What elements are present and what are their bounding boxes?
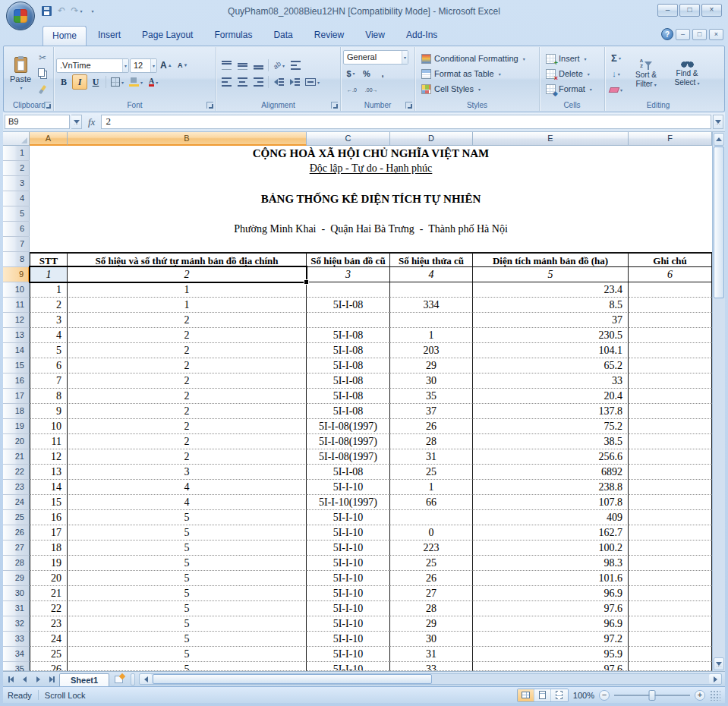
font-dialog-launcher[interactable] — [206, 102, 213, 109]
align-middle-button[interactable] — [235, 58, 250, 73]
decrease-indent-button[interactable] — [271, 74, 286, 90]
cell-F31[interactable] — [629, 601, 712, 616]
percent-style-button[interactable]: % — [359, 66, 374, 81]
cell-C8[interactable]: Số hiệu bản đồ cũ — [307, 252, 390, 267]
insert-function-button[interactable]: fx — [84, 116, 99, 128]
vertical-scrollbar[interactable] — [712, 132, 725, 671]
scroll-left-button[interactable] — [140, 674, 152, 684]
minimize-button[interactable]: – — [657, 4, 678, 17]
align-bottom-button[interactable] — [251, 58, 266, 73]
horizontal-scroll-thumb[interactable] — [153, 674, 432, 684]
cell-F24[interactable] — [629, 495, 712, 510]
format-cells-button[interactable]: ◆Format▾ — [542, 81, 602, 96]
cell-E16[interactable]: 33 — [473, 373, 629, 389]
cell-F20[interactable] — [629, 434, 712, 449]
scroll-down-button[interactable] — [714, 657, 724, 670]
cell-B19[interactable]: 2 — [68, 419, 307, 434]
cell-B33[interactable]: 5 — [68, 632, 307, 647]
vertical-scroll-track[interactable] — [713, 298, 725, 657]
office-button[interactable] — [6, 2, 35, 30]
fill-button[interactable]: ↓▾ — [607, 66, 625, 81]
cell-D31[interactable]: 28 — [390, 601, 473, 616]
tab-splitter[interactable] — [131, 673, 135, 686]
cell-C14[interactable]: 5I-I-08 — [307, 343, 390, 358]
decrease-decimal-button[interactable]: .00→ — [361, 83, 382, 98]
cell-D15[interactable]: 29 — [390, 358, 473, 373]
cell-A15[interactable]: 6 — [30, 358, 68, 373]
cell-C22[interactable]: 5I-I-08 — [307, 465, 390, 480]
cell-A20[interactable]: 11 — [30, 434, 68, 449]
cell-D16[interactable]: 30 — [390, 373, 473, 389]
tab-view[interactable]: View — [355, 25, 395, 46]
cell-F9[interactable]: 6 — [629, 267, 712, 282]
cell-E12[interactable]: 37 — [473, 313, 629, 328]
cell-D24[interactable]: 66 — [390, 495, 473, 510]
redo-button[interactable]: ↷▾ — [70, 4, 84, 17]
page-layout-view-button[interactable] — [534, 689, 551, 701]
cell-B9[interactable]: 2 — [68, 267, 307, 282]
cell-B27[interactable]: 5 — [68, 541, 307, 556]
clear-button[interactable]: ▾ — [607, 82, 625, 97]
accounting-format-button[interactable]: $▾ — [343, 66, 358, 81]
cell-A23[interactable]: 14 — [30, 480, 68, 495]
cell-F19[interactable] — [629, 419, 712, 434]
save-button[interactable] — [39, 4, 53, 17]
zoom-slider[interactable] — [614, 695, 690, 696]
row-header-25[interactable]: 25 — [3, 510, 30, 525]
row-header-34[interactable]: 34 — [3, 647, 30, 662]
cell-E27[interactable]: 100.2 — [473, 541, 629, 556]
cell-F28[interactable] — [629, 556, 712, 571]
cell-D23[interactable]: 1 — [390, 480, 473, 495]
underline-button[interactable]: U — [88, 74, 103, 90]
cell-C33[interactable]: 5I-I-10 — [307, 632, 390, 647]
cell-A34[interactable]: 25 — [30, 647, 68, 662]
cell-B15[interactable]: 2 — [68, 358, 307, 373]
cell-A14[interactable]: 5 — [30, 343, 68, 358]
cell-C24[interactable]: 5I-I-10(1997) — [307, 495, 390, 510]
wrap-text-button[interactable] — [288, 58, 303, 73]
copy-button[interactable] — [35, 66, 50, 81]
next-sheet-button[interactable] — [32, 673, 45, 686]
cell-D34[interactable]: 31 — [390, 647, 473, 662]
empty-row-5[interactable] — [30, 206, 712, 222]
cell-D20[interactable]: 28 — [390, 434, 473, 449]
cell-C10[interactable] — [307, 282, 390, 298]
cell-C12[interactable] — [307, 313, 390, 328]
cell-A33[interactable]: 24 — [30, 632, 68, 647]
name-box-dropdown[interactable] — [71, 115, 82, 129]
row-header-22[interactable]: 22 — [3, 465, 30, 480]
cell-C9[interactable]: 3 — [307, 267, 390, 282]
cell-F21[interactable] — [629, 449, 712, 465]
cell-B32[interactable]: 5 — [68, 616, 307, 632]
row-header-30[interactable]: 30 — [3, 586, 30, 601]
cell-A32[interactable]: 23 — [30, 616, 68, 632]
resize-grip[interactable] — [710, 690, 720, 701]
orientation-button[interactable]: ab▾ — [271, 58, 287, 73]
row-header-2[interactable]: 2 — [3, 161, 30, 176]
row-header-14[interactable]: 14 — [3, 343, 30, 358]
cell-A30[interactable]: 21 — [30, 586, 68, 601]
cut-button[interactable]: ✂ — [35, 50, 50, 65]
tab-page-layout[interactable]: Page Layout — [132, 25, 203, 46]
cell-F13[interactable] — [629, 328, 712, 343]
cell-B14[interactable]: 2 — [68, 343, 307, 358]
cell-E8[interactable]: Diện tích mảnh bản đồ (ha) — [473, 252, 629, 267]
row-header-29[interactable]: 29 — [3, 571, 30, 586]
cell-D29[interactable]: 26 — [390, 571, 473, 586]
tab-data[interactable]: Data — [263, 25, 302, 46]
cell-E33[interactable]: 97.2 — [473, 632, 629, 647]
cell-A28[interactable]: 19 — [30, 556, 68, 571]
cell-D8[interactable]: Số hiệu thửa cũ — [390, 252, 473, 267]
cell-E18[interactable]: 137.8 — [473, 404, 629, 419]
row-header-7[interactable]: 7 — [3, 237, 30, 252]
cell-E31[interactable]: 97.6 — [473, 601, 629, 616]
cell-C15[interactable]: 5I-I-08 — [307, 358, 390, 373]
fill-color-button[interactable]: ▾ — [127, 74, 145, 90]
row-header-5[interactable]: 5 — [3, 206, 30, 222]
cell-C32[interactable]: 5I-I-10 — [307, 616, 390, 632]
row-header-11[interactable]: 11 — [3, 298, 30, 313]
delete-cells-button[interactable]: ×Delete▾ — [542, 66, 602, 81]
alignment-dialog-launcher[interactable] — [331, 102, 338, 109]
cell-F29[interactable] — [629, 571, 712, 586]
cell-E34[interactable]: 95.9 — [473, 647, 629, 662]
